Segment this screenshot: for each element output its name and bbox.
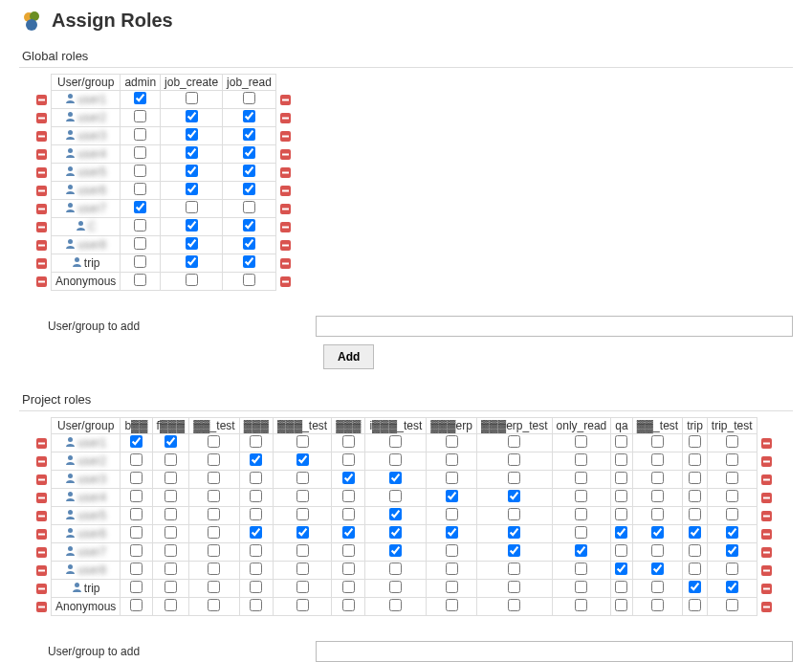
role-checkbox[interactable] [508,435,520,448]
role-checkbox[interactable] [389,435,402,448]
role-checkbox[interactable] [243,128,255,141]
role-checkbox[interactable] [689,526,701,539]
role-checkbox[interactable] [296,599,309,611]
role-checkbox[interactable] [575,490,587,502]
role-checkbox[interactable] [508,490,520,502]
remove-icon[interactable] [761,529,772,540]
role-checkbox[interactable] [186,255,198,268]
role-checkbox[interactable] [689,490,701,502]
role-checkbox[interactable] [615,508,627,520]
role-checkbox[interactable] [165,472,177,484]
role-checkbox[interactable] [130,508,143,520]
role-checkbox[interactable] [130,563,143,575]
role-checkbox[interactable] [130,544,143,557]
role-checkbox[interactable] [615,490,627,502]
role-checkbox[interactable] [508,599,520,611]
role-checkbox[interactable] [165,599,177,611]
role-checkbox[interactable] [651,508,664,520]
remove-icon[interactable] [761,474,772,485]
role-checkbox[interactable] [208,453,220,466]
role-checkbox[interactable] [575,508,587,520]
remove-icon[interactable] [36,438,47,449]
remove-icon[interactable] [761,493,772,503]
role-checkbox[interactable] [342,508,355,520]
remove-icon[interactable] [36,511,47,521]
remove-icon[interactable] [761,565,772,576]
remove-icon[interactable] [280,204,291,214]
role-checkbox[interactable] [446,453,458,466]
role-checkbox[interactable] [575,599,587,611]
role-checkbox[interactable] [615,563,627,575]
role-checkbox[interactable] [389,453,402,466]
role-checkbox[interactable] [130,435,143,448]
role-checkbox[interactable] [615,544,627,557]
role-checkbox[interactable] [208,472,220,484]
role-checkbox[interactable] [615,581,627,593]
role-checkbox[interactable] [186,201,198,213]
role-checkbox[interactable] [165,508,177,520]
role-checkbox[interactable] [250,508,262,520]
role-checkbox[interactable] [726,490,738,502]
role-checkbox[interactable] [165,435,177,448]
role-checkbox[interactable] [446,544,458,557]
role-checkbox[interactable] [250,563,262,575]
role-checkbox[interactable] [243,201,255,213]
role-checkbox[interactable] [575,563,587,575]
role-checkbox[interactable] [243,92,255,104]
role-checkbox[interactable] [689,453,701,466]
remove-icon[interactable] [36,565,47,576]
role-checkbox[interactable] [342,472,355,484]
project-add-input[interactable] [316,641,793,662]
role-checkbox[interactable] [389,508,402,520]
role-checkbox[interactable] [726,599,738,611]
role-checkbox[interactable] [165,581,177,593]
role-checkbox[interactable] [508,544,520,557]
role-checkbox[interactable] [651,526,664,539]
role-checkbox[interactable] [208,508,220,520]
role-checkbox[interactable] [250,599,262,611]
role-checkbox[interactable] [250,453,262,466]
role-checkbox[interactable] [134,201,146,213]
role-checkbox[interactable] [296,490,309,502]
role-checkbox[interactable] [250,472,262,484]
role-checkbox[interactable] [508,563,520,575]
role-checkbox[interactable] [446,472,458,484]
role-checkbox[interactable] [186,110,198,122]
role-checkbox[interactable] [165,544,177,557]
role-checkbox[interactable] [726,581,738,593]
role-checkbox[interactable] [296,453,309,466]
remove-icon[interactable] [36,95,47,105]
role-checkbox[interactable] [243,274,255,286]
role-checkbox[interactable] [134,219,146,232]
role-checkbox[interactable] [726,453,738,466]
role-checkbox[interactable] [296,472,309,484]
role-checkbox[interactable] [134,183,146,195]
role-checkbox[interactable] [130,526,143,539]
role-checkbox[interactable] [186,92,198,104]
role-checkbox[interactable] [165,453,177,466]
remove-icon[interactable] [761,547,772,558]
role-checkbox[interactable] [186,237,198,250]
role-checkbox[interactable] [389,563,402,575]
role-checkbox[interactable] [208,563,220,575]
remove-icon[interactable] [280,240,291,251]
role-checkbox[interactable] [186,219,198,232]
remove-icon[interactable] [36,529,47,540]
role-checkbox[interactable] [726,544,738,557]
role-checkbox[interactable] [389,490,402,502]
role-checkbox[interactable] [186,183,198,195]
role-checkbox[interactable] [186,146,198,159]
remove-icon[interactable] [761,438,772,449]
role-checkbox[interactable] [508,472,520,484]
role-checkbox[interactable] [575,581,587,593]
role-checkbox[interactable] [134,274,146,286]
role-checkbox[interactable] [165,490,177,502]
role-checkbox[interactable] [615,599,627,611]
role-checkbox[interactable] [134,110,146,122]
role-checkbox[interactable] [389,544,402,557]
role-checkbox[interactable] [134,237,146,250]
remove-icon[interactable] [761,456,772,467]
role-checkbox[interactable] [726,563,738,575]
role-checkbox[interactable] [651,435,664,448]
remove-icon[interactable] [36,222,47,232]
